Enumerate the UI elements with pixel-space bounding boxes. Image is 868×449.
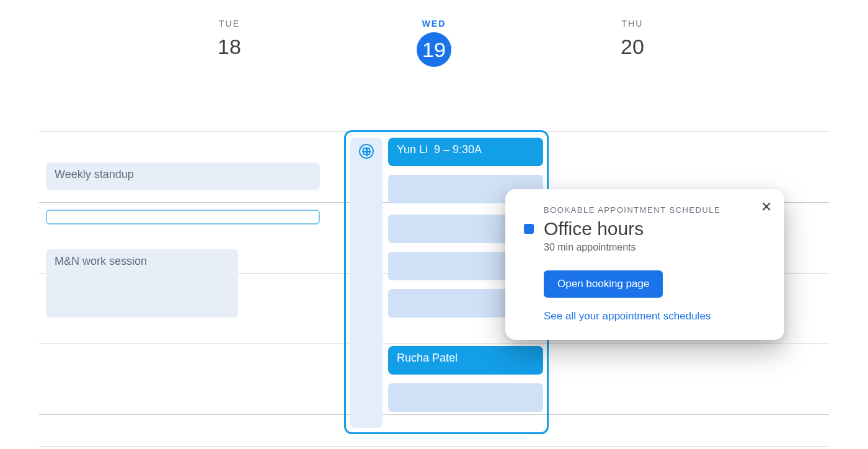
button-label: Open booking page — [557, 278, 649, 290]
calendar-color-swatch — [524, 224, 534, 234]
dow-label: THU — [570, 19, 694, 29]
event-empty-slot[interactable] — [46, 210, 320, 225]
slot-yun-li[interactable]: Yun Li 9 – 9:30A — [388, 138, 543, 166]
see-all-schedules-link[interactable]: See all your appointment schedules — [544, 310, 766, 322]
attendee-name: Rucha Patel — [397, 351, 458, 365]
slot-empty[interactable] — [388, 383, 543, 412]
date-number: 20 — [570, 35, 694, 59]
appointment-schedule-strip[interactable] — [350, 138, 383, 428]
event-work-session[interactable]: M&N work session — [46, 249, 238, 318]
popover-overline: BOOKABLE APPOINTMENT SCHEDULE — [544, 205, 766, 215]
slot-time: 9 – 9:30A — [434, 143, 482, 157]
slot-rucha-patel[interactable]: Rucha Patel — [388, 346, 543, 375]
close-icon: ✕ — [761, 199, 772, 215]
popover-title: Office hours — [544, 218, 644, 239]
event-title: Weekly standup — [55, 167, 134, 182]
date-number: 19 — [417, 32, 451, 67]
event-standup[interactable]: Weekly standup — [46, 162, 320, 190]
open-booking-page-button[interactable]: Open booking page — [544, 270, 663, 298]
date-number: 18 — [167, 35, 291, 59]
day-header-wed[interactable]: WED 19 — [372, 19, 496, 67]
attendee-name: Yun Li — [397, 143, 428, 157]
popover-subtitle: 30 min appointments — [544, 242, 766, 253]
dow-label: WED — [372, 19, 496, 29]
appointment-grid-icon — [359, 144, 374, 159]
day-header-tue[interactable]: TUE 18 — [167, 19, 291, 59]
dow-label: TUE — [167, 19, 291, 29]
close-button[interactable]: ✕ — [761, 200, 772, 214]
day-header-thu[interactable]: THU 20 — [570, 19, 694, 59]
hour-gridline — [39, 447, 829, 447]
event-title: M&N work session — [55, 254, 147, 269]
link-label: See all your appointment schedules — [544, 310, 711, 322]
appointment-popover: ✕ BOOKABLE APPOINTMENT SCHEDULE Office h… — [505, 189, 784, 340]
